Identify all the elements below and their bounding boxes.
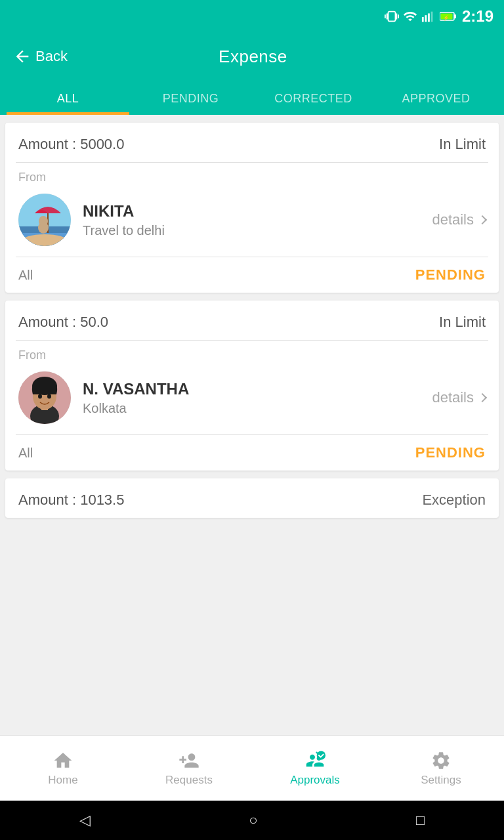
nav-approvals[interactable]: Approvals bbox=[252, 736, 378, 801]
svg-point-22 bbox=[317, 751, 326, 759]
svg-point-14 bbox=[39, 216, 48, 226]
svg-rect-5 bbox=[454, 14, 456, 18]
person-name-2: N. VASANTHA bbox=[83, 380, 189, 398]
back-button[interactable]: Back bbox=[13, 47, 68, 66]
approvals-icon bbox=[304, 750, 326, 771]
tab-approved[interactable]: APPROVED bbox=[375, 80, 497, 115]
svg-rect-1 bbox=[425, 15, 427, 22]
details-text-1: details bbox=[432, 211, 474, 228]
person-info-2: N. VASANTHA Kolkata bbox=[83, 380, 189, 416]
person-left-1: NIKITA Travel to delhi bbox=[18, 194, 165, 246]
card-person-2: N. VASANTHA Kolkata details bbox=[5, 366, 499, 434]
battery-icon: ⚡ bbox=[440, 9, 457, 24]
details-link-1[interactable]: details bbox=[432, 211, 486, 228]
card-top-2: Amount : 50.0 In Limit bbox=[5, 301, 499, 340]
svg-text:⚡: ⚡ bbox=[443, 14, 450, 21]
person-left-2: N. VASANTHA Kolkata bbox=[18, 371, 189, 424]
person-info-1: NIKITA Travel to delhi bbox=[83, 202, 165, 238]
from-label-2: From bbox=[5, 341, 499, 366]
system-bar: ◁ ○ □ bbox=[0, 801, 504, 840]
svg-point-20 bbox=[38, 394, 42, 399]
settings-icon bbox=[430, 750, 452, 771]
nav-home[interactable]: Home bbox=[0, 736, 126, 801]
signal-icon bbox=[421, 9, 436, 24]
details-link-2[interactable]: details bbox=[432, 389, 486, 406]
status-icons: ⚡ bbox=[385, 9, 457, 24]
status-badge-2: PENDING bbox=[415, 444, 486, 461]
tab-pending[interactable]: PENDING bbox=[129, 80, 252, 115]
home-icon bbox=[52, 750, 74, 771]
card-top-1: Amount : 5000.0 In Limit bbox=[5, 123, 499, 162]
amount-label-1: Amount : 5000.0 bbox=[18, 136, 124, 153]
limit-label-3: Exception bbox=[422, 492, 486, 509]
svg-point-21 bbox=[47, 394, 51, 399]
nav-approvals-label: Approvals bbox=[290, 774, 340, 787]
svg-rect-2 bbox=[428, 13, 430, 22]
page-title: Expense bbox=[68, 47, 438, 67]
card-bottom-1: All PENDING bbox=[5, 257, 499, 293]
card-bottom-2: All PENDING bbox=[5, 435, 499, 471]
nav-requests[interactable]: Requests bbox=[126, 736, 252, 801]
status-time: 2:19 bbox=[462, 7, 494, 26]
expense-card-2: Amount : 50.0 In Limit From bbox=[5, 301, 499, 471]
back-system-button[interactable]: ◁ bbox=[79, 812, 91, 829]
card-person-1: NIKITA Travel to delhi details bbox=[5, 188, 499, 257]
bottom-nav: Home Requests Approvals Settings bbox=[0, 735, 504, 801]
amount-label-2: Amount : 50.0 bbox=[18, 314, 108, 331]
nav-requests-label: Requests bbox=[165, 774, 213, 787]
header: Back Expense bbox=[0, 33, 504, 80]
vibrate-icon bbox=[385, 9, 399, 24]
expense-card-3: Amount : 1013.5 Exception bbox=[5, 478, 499, 518]
amount-label-3: Amount : 1013.5 bbox=[18, 492, 124, 509]
status-bar: ⚡ 2:19 bbox=[0, 0, 504, 33]
chevron-icon-2 bbox=[478, 393, 487, 402]
nav-settings[interactable]: Settings bbox=[378, 736, 504, 801]
main-content: Amount : 5000.0 In Limit From bbox=[0, 115, 504, 735]
home-system-button[interactable]: ○ bbox=[249, 812, 257, 829]
chevron-icon-1 bbox=[478, 215, 487, 224]
back-arrow-icon bbox=[13, 47, 32, 66]
nav-home-label: Home bbox=[48, 774, 77, 787]
card-top-3: Amount : 1013.5 Exception bbox=[5, 478, 499, 518]
person-name-1: NIKITA bbox=[83, 202, 165, 220]
avatar-nikita bbox=[18, 194, 71, 246]
all-label-2: All bbox=[18, 446, 33, 461]
requests-icon bbox=[178, 750, 200, 771]
person-sub-1: Travel to delhi bbox=[83, 223, 165, 238]
all-label-1: All bbox=[18, 268, 33, 283]
recents-system-button[interactable]: □ bbox=[416, 812, 425, 829]
person-sub-2: Kolkata bbox=[83, 401, 189, 416]
from-label-1: From bbox=[5, 163, 499, 188]
svg-rect-3 bbox=[431, 12, 433, 22]
back-label: Back bbox=[35, 48, 68, 65]
tab-all[interactable]: ALL bbox=[7, 80, 129, 115]
nav-settings-label: Settings bbox=[421, 774, 461, 787]
limit-label-2: In Limit bbox=[439, 314, 486, 331]
status-badge-1: PENDING bbox=[415, 266, 486, 284]
wifi-icon bbox=[403, 9, 417, 24]
tabs-bar: ALL PENDING CORRECTED APPROVED bbox=[0, 80, 504, 115]
tab-corrected[interactable]: CORRECTED bbox=[252, 80, 375, 115]
details-text-2: details bbox=[432, 389, 474, 406]
expense-card-1: Amount : 5000.0 In Limit From bbox=[5, 123, 499, 293]
avatar-vasantha bbox=[18, 371, 71, 424]
limit-label-1: In Limit bbox=[439, 136, 486, 153]
svg-rect-0 bbox=[422, 17, 424, 22]
